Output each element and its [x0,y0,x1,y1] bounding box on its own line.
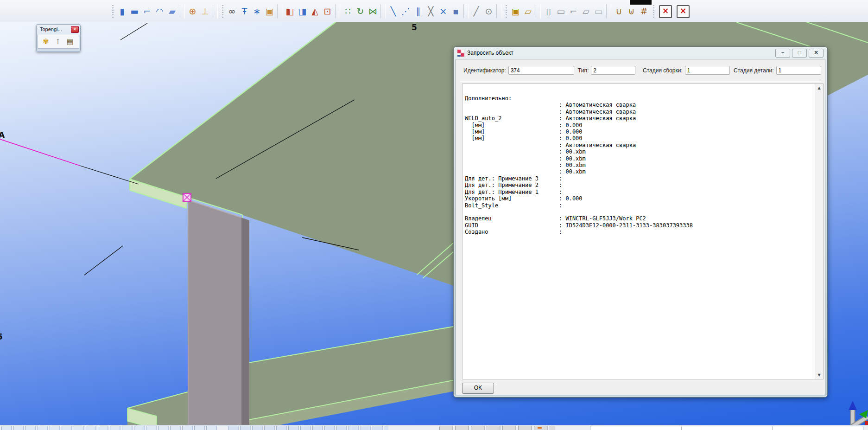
field-label: Стадия детали: [734,67,774,74]
divide-icon[interactable]: ╱ [470,3,482,19]
tekla-logo-icon [457,50,464,57]
main-toolbar: ▮▬⌐◠▰⊕⊥∞Ŧ∗▣◧◨◭⊡∷↻⋈╲⋰∥╳×▪╱⊙▣▱▯▭⌐▱▭∪⊎#×× [0,0,868,22]
steel-beam-icon[interactable]: ▭ [555,3,567,19]
toolbar-separator [335,4,340,18]
topengi-titlebar[interactable]: Topengi... × [37,25,80,34]
polybeam-icon[interactable]: ⌐ [141,3,153,19]
inquiry-text-area[interactable]: Дополнительно:: Автоматическая сварка: А… [462,83,824,379]
cut-line-icon[interactable]: ◨ [296,3,309,19]
toolbar-grip [652,5,655,18]
trim-line-icon[interactable]: ╳ [424,3,437,19]
bottom-toolbar [0,425,868,430]
bolt-icon[interactable]: ⊕ [186,3,199,19]
toolbar-grip [111,5,114,18]
maximize-button[interactable]: □ [792,49,807,58]
point-icon[interactable]: ▪ [450,3,462,19]
toolbar-separator [606,4,611,18]
anchor-rod-icon[interactable]: ⊥ [199,3,211,19]
close-icon[interactable]: × [71,26,79,33]
scroll-down-icon[interactable]: ▼ [815,371,823,379]
grid-label-5-bottom: 5 [0,332,3,341]
interrupt-icon[interactable]: × [659,5,672,18]
grid-label-a: A [0,130,5,140]
bottom-toolbar-buttons-middle[interactable] [228,426,388,430]
dialog-titlebar[interactable]: Запросить объект – □ ✕ [454,47,827,59]
beam-icon[interactable]: ▬ [128,3,141,19]
steel-panel-icon[interactable]: ▭ [592,3,605,19]
block-stack-icon[interactable]: ▣ [509,3,522,19]
scroll-up-icon[interactable]: ▲ [815,84,823,92]
field-input[interactable]: 1 [776,66,821,75]
toolbar-separator [277,4,282,18]
grid-line-a-selected[interactable] [0,139,80,166]
field-label: Стадия сборки: [643,67,683,74]
bottom-toolbar-buttons-left[interactable] [1,426,218,430]
close-button[interactable]: ✕ [809,49,824,58]
block-icon[interactable]: ▱ [522,3,534,19]
polygon-cut-icon[interactable]: ◭ [309,3,321,19]
weld-above-icon[interactable]: ⊎ [625,3,638,19]
fitting-icon[interactable]: ◧ [284,3,296,19]
line-icon[interactable]: ╲ [387,3,399,19]
autoconnection-icon[interactable]: ∗ [251,3,263,19]
binoculars-icon[interactable]: ∞ [226,3,238,19]
ok-button[interactable]: OK [462,383,494,394]
dialog-title: Запросить объект [467,50,773,56]
tekla-application-window: { "toolbar": { "items": [ {"type":"grip"… [0,0,868,430]
field-input[interactable]: 2 [591,66,635,75]
weld-selection-marker[interactable] [183,193,191,201]
grid-label-5-top: 5 [412,23,417,32]
weld-icon[interactable]: ∪ [613,3,625,19]
fit-work-area-icon[interactable]: Ŧ [238,3,251,19]
part-cut-icon[interactable]: ⊡ [321,3,334,19]
toolbar-grip [504,5,508,18]
steel-plate-icon[interactable]: ▱ [580,3,592,19]
curved-beam-icon[interactable]: ◠ [153,3,166,19]
minimize-button[interactable]: – [775,49,790,58]
dialog-body: Идентификатор: 374 Тип: 2 Стадия сборки:… [456,59,825,395]
toolbar-separator [380,4,386,18]
interrupt-2-icon[interactable]: × [677,5,690,18]
column-icon[interactable]: ▮ [116,3,128,19]
vertical-scrollbar[interactable]: ▲ ▼ [815,84,823,379]
steel-polybeam-icon[interactable]: ⌐ [567,3,580,19]
ref-line-icon[interactable]: ⋰ [399,3,412,19]
separator-groove [460,80,821,82]
topengi-buttons: ✾⊺▤ [38,34,79,49]
steel-column-icon[interactable]: ▯ [542,3,555,19]
toolbar-separator [496,4,501,18]
topengi-toolbar: Topengi... × ✾⊺▤ [36,24,81,52]
rotate-copy-icon[interactable]: ↻ [354,3,367,19]
contour-plate-icon[interactable]: ▰ [166,3,178,19]
toolbar-separator [536,4,541,18]
bottom-toolbar-input-fields[interactable] [590,426,863,430]
field-input[interactable]: 374 [508,66,574,75]
field-label: Идентификатор: [463,67,506,74]
work-plane-icon[interactable]: ▣ [263,3,276,19]
inquiry-text: Дополнительно:: Автоматическая сварка: А… [463,84,823,238]
field-separator [681,426,682,430]
bottom-toolbar-indicator [538,427,542,429]
intersect-line-icon[interactable]: × [437,3,450,19]
toolbar-grip [221,5,224,18]
partial-window-fragment [629,0,653,5]
anchor-bolt-tool-icon[interactable]: ⊺ [52,37,64,46]
weld-line-lower-left[interactable] [84,246,123,275]
beam-web-side-face[interactable] [241,218,249,430]
screw-tool-icon[interactable]: ✾ [40,37,52,46]
topengi-title: Topengi... [40,26,71,32]
field-label: Тип: [578,67,589,74]
circle-icon[interactable]: ⊙ [482,3,495,19]
weld-line-top-left[interactable] [120,23,147,40]
mirror-copy-icon[interactable]: ⋈ [367,3,379,19]
copy-array-icon[interactable]: ∷ [342,3,354,19]
ucs-axis-icon [849,401,868,428]
parallel-lines-icon[interactable]: ∥ [412,3,424,19]
beam-web-front-face[interactable] [188,200,241,430]
weld-preparation-icon[interactable]: # [638,3,650,19]
inquire-object-dialog: Запросить объект – □ ✕ Идентификатор: 37… [453,46,828,398]
field-input[interactable]: 1 [685,66,730,75]
catalog-tool-icon[interactable]: ▤ [64,37,76,46]
grid-line-a[interactable] [80,166,139,184]
toolbar-separator [463,4,469,18]
